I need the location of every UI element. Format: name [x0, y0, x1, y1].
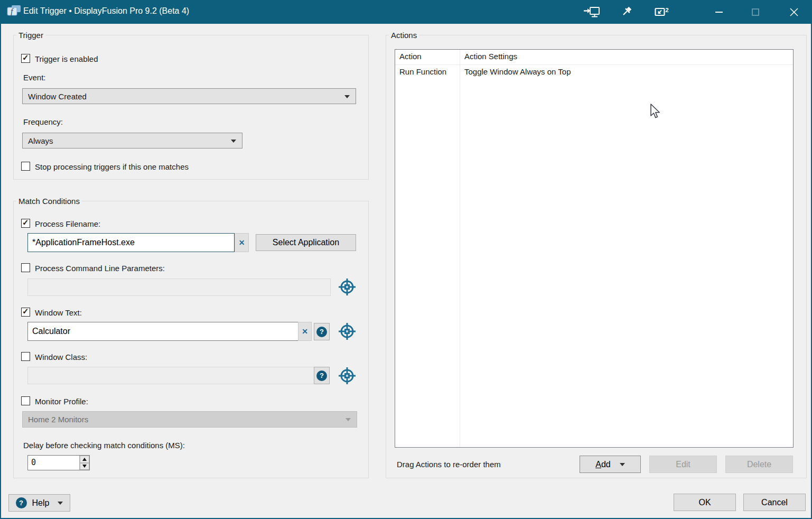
- clear-x-icon: ✕: [302, 327, 308, 336]
- command-line-checkbox[interactable]: [21, 263, 30, 272]
- actions-table-header-action[interactable]: Action: [395, 50, 460, 65]
- triangle-down-icon: [82, 465, 87, 468]
- process-filename-label: Process Filename:: [35, 219, 100, 228]
- ok-button[interactable]: OK: [674, 494, 736, 511]
- help-button[interactable]: ? Help: [8, 494, 70, 512]
- question-mark-icon: ?: [316, 370, 327, 381]
- process-filename-input[interactable]: [27, 233, 235, 252]
- clear-x-icon: ✕: [239, 238, 245, 247]
- question-mark-icon: ?: [16, 497, 27, 508]
- event-value: Window Created: [28, 92, 87, 101]
- monitor-profile-checkbox[interactable]: [21, 396, 30, 405]
- spinner-down-button[interactable]: [80, 463, 89, 470]
- select-application-button[interactable]: Select Application: [256, 234, 356, 251]
- edit-trigger-window: f Edit Trigger • DisplayFusion Pro 9.2 (…: [0, 0, 812, 519]
- question-mark-icon: ?: [316, 327, 327, 337]
- match-conditions-group-title: Match Conditions: [16, 197, 82, 206]
- frequency-label: Frequency:: [23, 117, 63, 126]
- trigger-group-title: Trigger: [16, 31, 45, 40]
- window-class-help-button[interactable]: ?: [314, 367, 330, 384]
- minimize-icon[interactable]: [707, 0, 731, 24]
- add-action-button[interactable]: Add: [580, 456, 641, 473]
- window-title: Edit Trigger • DisplayFusion Pro 9.2 (Be…: [23, 6, 189, 16]
- window-text-checkbox[interactable]: [21, 308, 30, 317]
- add-button-label: Add: [595, 460, 610, 469]
- window-text-help-button[interactable]: ?: [314, 323, 330, 340]
- chevron-down-icon: [231, 140, 236, 143]
- trigger-enabled-checkbox[interactable]: [21, 54, 30, 63]
- actions-table[interactable]: Action Action Settings Run Function Togg…: [395, 49, 794, 448]
- window-finder-crosshair-icon[interactable]: [337, 321, 357, 341]
- help-button-label: Help: [32, 498, 50, 508]
- trigger-enabled-label: Trigger is enabled: [35, 54, 98, 63]
- window-class-label: Window Class:: [35, 353, 87, 362]
- delay-spinner[interactable]: 0: [27, 455, 90, 470]
- maximize-icon[interactable]: [743, 0, 768, 24]
- close-icon[interactable]: [782, 0, 806, 24]
- frequency-dropdown[interactable]: Always: [22, 133, 242, 149]
- process-filename-checkbox[interactable]: [21, 219, 30, 228]
- move-window-to-monitor-icon[interactable]: [580, 0, 604, 24]
- command-line-input[interactable]: [27, 279, 331, 296]
- stop-processing-label: Stop processing triggers if this one mat…: [35, 162, 189, 171]
- pin-window-icon[interactable]: [614, 0, 639, 24]
- chevron-down-icon: [346, 418, 351, 421]
- monitor-2-icon[interactable]: 2: [650, 0, 674, 24]
- edit-action-button[interactable]: Edit: [649, 456, 717, 473]
- command-line-label: Process Command Line Parameters:: [35, 264, 165, 273]
- event-dropdown[interactable]: Window Created: [22, 88, 356, 104]
- frequency-value: Always: [28, 136, 53, 145]
- displayfusion-logo-icon: f: [7, 5, 21, 20]
- chevron-down-icon: [58, 502, 63, 505]
- actions-group-title: Actions: [389, 31, 419, 40]
- event-label: Event:: [23, 73, 46, 82]
- window-text-label: Window Text:: [35, 308, 82, 317]
- monitor-profile-dropdown[interactable]: Home 2 Monitors: [22, 411, 357, 428]
- svg-text:2: 2: [666, 6, 669, 13]
- drag-actions-hint: Drag Actions to re-order them: [397, 460, 501, 469]
- cancel-button[interactable]: Cancel: [743, 494, 806, 511]
- actions-table-header-settings[interactable]: Action Settings: [460, 50, 793, 65]
- delete-action-button[interactable]: Delete: [725, 456, 793, 473]
- chevron-down-icon: [344, 95, 350, 98]
- chevron-down-icon: [620, 463, 625, 466]
- window-text-clear-button[interactable]: ✕: [298, 322, 312, 341]
- window-text-input[interactable]: [27, 322, 298, 341]
- action-row-settings-cell[interactable]: Toggle Window Always on Top: [460, 65, 793, 80]
- window-finder-crosshair-icon[interactable]: [337, 366, 357, 386]
- delay-value[interactable]: 0: [28, 456, 79, 470]
- titlebar[interactable]: f Edit Trigger • DisplayFusion Pro 9.2 (…: [0, 0, 812, 24]
- actions-table-empty-area: [395, 80, 460, 447]
- delay-label: Delay before checking match conditions (…: [23, 441, 185, 450]
- action-row-action-cell[interactable]: Run Function: [395, 65, 460, 80]
- spinner-up-button[interactable]: [80, 456, 89, 463]
- window-class-checkbox[interactable]: [21, 352, 30, 361]
- actions-table-empty-area: [460, 80, 793, 447]
- window-finder-crosshair-icon[interactable]: [337, 277, 357, 297]
- trigger-group: Trigger: [13, 31, 369, 180]
- process-filename-clear-button[interactable]: ✕: [235, 233, 249, 252]
- stop-processing-checkbox[interactable]: [21, 162, 30, 171]
- monitor-profile-label: Monitor Profile:: [35, 397, 88, 406]
- monitor-profile-value: Home 2 Monitors: [28, 415, 88, 424]
- triangle-up-icon: [82, 458, 87, 461]
- window-class-input[interactable]: [27, 367, 314, 384]
